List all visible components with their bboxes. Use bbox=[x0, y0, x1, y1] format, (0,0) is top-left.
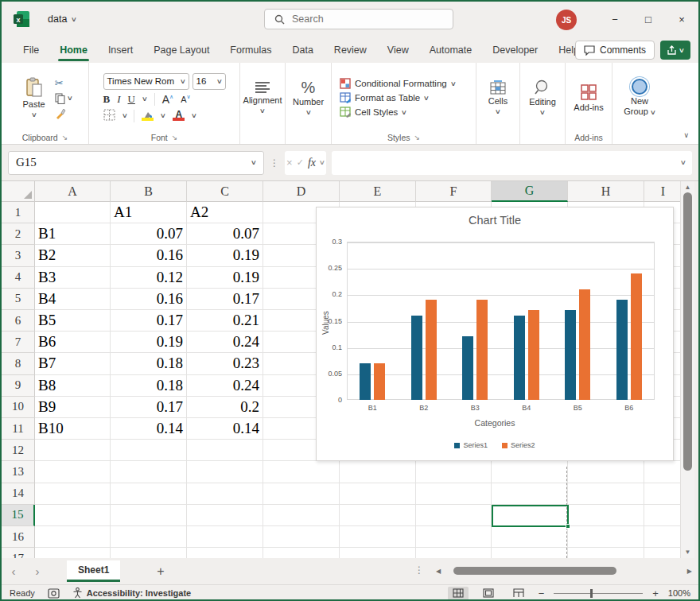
cell-A10[interactable]: B9 bbox=[35, 397, 111, 418]
row-header-1[interactable]: 1 bbox=[2, 202, 35, 223]
chart-bar-series2-B2[interactable] bbox=[426, 300, 437, 400]
cell-D14[interactable] bbox=[263, 483, 340, 505]
fill-handle[interactable] bbox=[566, 524, 570, 529]
column-header-H[interactable]: H bbox=[568, 181, 644, 202]
cell-A1[interactable] bbox=[35, 202, 111, 223]
tab-view[interactable]: View bbox=[377, 37, 419, 63]
zoom-level[interactable]: 100% bbox=[668, 588, 690, 598]
cell-E16[interactable] bbox=[340, 526, 416, 548]
cell-A6[interactable]: B5 bbox=[35, 310, 111, 332]
new-sheet-icon[interactable]: + bbox=[157, 564, 164, 579]
name-box-chevron-down-icon[interactable]: ∨ bbox=[251, 159, 257, 166]
cell-A7[interactable]: B6 bbox=[35, 332, 111, 353]
row-header-16[interactable]: 16 bbox=[2, 526, 35, 548]
sheet-scroll-handle-icon[interactable]: ⋮ bbox=[414, 564, 424, 576]
document-title[interactable]: data ∨ bbox=[48, 14, 76, 25]
font-color-chevron-down-icon[interactable]: ∨ bbox=[191, 112, 197, 119]
cell-B3[interactable]: 0.16 bbox=[111, 245, 187, 266]
row-header-2[interactable]: 2 bbox=[2, 223, 35, 245]
cell-A15[interactable] bbox=[35, 505, 111, 526]
bold-button[interactable]: B bbox=[103, 93, 111, 106]
tab-formulas[interactable]: Formulas bbox=[220, 37, 282, 63]
enter-formula-icon[interactable]: ✓ bbox=[297, 157, 304, 168]
zoom-out-icon[interactable]: − bbox=[539, 587, 545, 599]
decrease-font-button[interactable]: A∨ bbox=[181, 94, 190, 104]
cell-C4[interactable]: 0.19 bbox=[187, 267, 263, 289]
cell-C9[interactable]: 0.24 bbox=[187, 375, 263, 397]
zoom-slider[interactable] bbox=[554, 593, 643, 594]
cell-I17[interactable] bbox=[644, 548, 682, 558]
zoom-slider-thumb[interactable] bbox=[590, 589, 593, 598]
cell-B15[interactable] bbox=[111, 505, 187, 526]
format-painter-button[interactable] bbox=[55, 108, 66, 119]
cell-B17[interactable] bbox=[111, 548, 187, 558]
conditional-formatting-button[interactable]: Conditional Formatting∨ bbox=[340, 78, 456, 89]
cell-C16[interactable] bbox=[187, 526, 263, 548]
format-as-table-button[interactable]: Format as Table∨ bbox=[340, 92, 429, 103]
copy-button[interactable]: ∨ bbox=[55, 93, 72, 104]
cell-H16[interactable] bbox=[568, 526, 644, 548]
maximize-button[interactable]: □ bbox=[632, 2, 665, 37]
horizontal-scrollbar-thumb[interactable] bbox=[453, 567, 616, 575]
paste-button[interactable]: Paste ∨ bbox=[18, 76, 50, 120]
tab-insert[interactable]: Insert bbox=[98, 37, 143, 63]
cell-C17[interactable] bbox=[187, 548, 263, 558]
tab-review[interactable]: Review bbox=[324, 37, 377, 63]
editing-button[interactable]: Editing ∨ bbox=[524, 78, 561, 118]
cell-B4[interactable]: 0.12 bbox=[111, 267, 187, 289]
cell-I15[interactable] bbox=[644, 505, 682, 526]
cell-C12[interactable] bbox=[187, 440, 263, 461]
row-header-17[interactable]: 17 bbox=[2, 548, 35, 558]
row-header-12[interactable]: 12 bbox=[2, 440, 35, 461]
scroll-left-icon[interactable]: ◀ bbox=[436, 568, 441, 575]
active-cell-selection[interactable] bbox=[492, 505, 569, 527]
next-sheet-icon[interactable]: › bbox=[25, 564, 49, 578]
cell-G17[interactable] bbox=[492, 548, 568, 558]
cell-H17[interactable] bbox=[568, 548, 644, 558]
macro-record-icon[interactable] bbox=[48, 588, 60, 599]
cell-A8[interactable]: B7 bbox=[35, 353, 111, 374]
number-format-button[interactable]: % Number ∨ bbox=[288, 78, 329, 118]
underline-chevron-down-icon[interactable]: ∨ bbox=[142, 95, 148, 103]
formula-expand-chevron-icon[interactable]: ∨ bbox=[680, 159, 686, 166]
formula-bar-handle-icon[interactable]: ⋮ bbox=[270, 157, 279, 169]
chart-bar-series2-B6[interactable] bbox=[631, 273, 642, 400]
borders-chevron-down-icon[interactable]: ∨ bbox=[121, 112, 127, 119]
font-dialog-launcher-icon[interactable]: ↘ bbox=[172, 134, 178, 142]
cell-G14[interactable] bbox=[492, 483, 568, 505]
cell-E14[interactable] bbox=[340, 483, 416, 505]
cell-B5[interactable]: 0.16 bbox=[111, 289, 187, 310]
column-header-D[interactable]: D bbox=[263, 181, 340, 202]
cell-A3[interactable]: B2 bbox=[35, 245, 111, 266]
cell-H14[interactable] bbox=[568, 483, 644, 505]
tab-page-layout[interactable]: Page Layout bbox=[143, 37, 220, 63]
cell-G16[interactable] bbox=[492, 526, 568, 548]
zoom-in-icon[interactable]: + bbox=[652, 587, 659, 599]
cell-E17[interactable] bbox=[340, 548, 416, 558]
cell-E15[interactable] bbox=[340, 505, 416, 526]
cell-A2[interactable]: B1 bbox=[35, 223, 111, 245]
row-header-5[interactable]: 5 bbox=[2, 289, 35, 310]
clipboard-dialog-launcher-icon[interactable]: ↘ bbox=[62, 134, 68, 142]
cell-C11[interactable]: 0.14 bbox=[187, 418, 263, 440]
column-header-E[interactable]: E bbox=[340, 181, 416, 202]
font-size-select[interactable]: 16∨ bbox=[192, 73, 226, 90]
chart-bar-series1-B5[interactable] bbox=[565, 310, 576, 400]
cells-button[interactable]: Cells ∨ bbox=[484, 79, 512, 117]
fill-color-chevron-down-icon[interactable]: ∨ bbox=[160, 112, 166, 119]
cell-C15[interactable] bbox=[187, 505, 263, 526]
chart-bar-series2-B4[interactable] bbox=[528, 310, 539, 400]
fill-color-button[interactable] bbox=[142, 111, 154, 121]
chart-legend[interactable]: Series1Series2 bbox=[317, 441, 673, 449]
formula-input[interactable]: ∨ bbox=[332, 151, 692, 175]
cell-I16[interactable] bbox=[644, 526, 682, 548]
scroll-up-icon[interactable]: ▲ bbox=[681, 184, 694, 191]
cell-B16[interactable] bbox=[111, 526, 187, 548]
cell-B9[interactable]: 0.18 bbox=[111, 375, 187, 397]
column-header-C[interactable]: C bbox=[187, 181, 263, 202]
cell-F16[interactable] bbox=[416, 526, 492, 548]
row-header-10[interactable]: 10 bbox=[2, 397, 35, 418]
chart-bar-series1-B4[interactable] bbox=[514, 316, 525, 400]
cell-C7[interactable]: 0.24 bbox=[187, 332, 263, 353]
cancel-formula-icon[interactable]: × bbox=[286, 157, 293, 169]
